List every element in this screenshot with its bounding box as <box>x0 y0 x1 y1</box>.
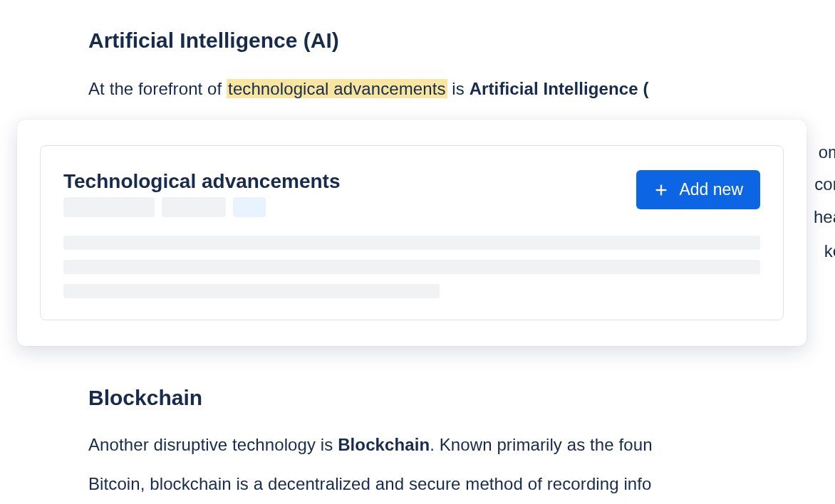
popup-title: Technological advancements <box>63 170 341 193</box>
plus-icon <box>653 182 669 198</box>
text-mid: is <box>447 79 470 98</box>
add-new-label: Add new <box>679 180 743 199</box>
section-heading-ai: Artificial Intelligence (AI) <box>88 28 835 53</box>
popup-header: Technological advancements Add new <box>63 170 760 233</box>
background-text-fragment: ke <box>824 238 835 265</box>
background-text-fragment: con <box>814 171 835 198</box>
placeholder-lines <box>63 236 760 298</box>
text-pre: At the forefront of <box>88 79 227 98</box>
background-text-fragment: hea <box>814 204 835 231</box>
placeholder-line <box>63 284 440 298</box>
text-bold-ai: Artificial Intelligence ( <box>470 79 649 98</box>
placeholder-pills <box>63 197 341 217</box>
text-pre-blockchain: Another disruptive technology is <box>88 435 338 454</box>
add-new-button[interactable]: Add new <box>636 170 760 209</box>
highlighted-text[interactable]: technological advancements <box>227 79 447 98</box>
text-bold-blockchain: Blockchain <box>338 435 430 454</box>
placeholder-pill <box>162 197 226 217</box>
section-heading-blockchain: Blockchain <box>88 386 835 410</box>
placeholder-line <box>63 236 760 250</box>
placeholder-line <box>63 260 760 274</box>
popup-overlay: Technological advancements Add new <box>17 120 807 346</box>
popup-card: Technological advancements Add new <box>40 145 784 320</box>
paragraph-ai: At the forefront of technological advanc… <box>88 75 835 103</box>
placeholder-pill <box>63 197 155 217</box>
text-post-blockchain: . Known primarily as the foun <box>430 435 652 454</box>
paragraph-blockchain-line2: Bitcoin, blockchain is a decentralized a… <box>88 471 835 498</box>
background-text-fragment: om <box>819 139 835 166</box>
paragraph-blockchain: Another disruptive technology is Blockch… <box>88 431 835 458</box>
placeholder-pill <box>233 197 266 217</box>
